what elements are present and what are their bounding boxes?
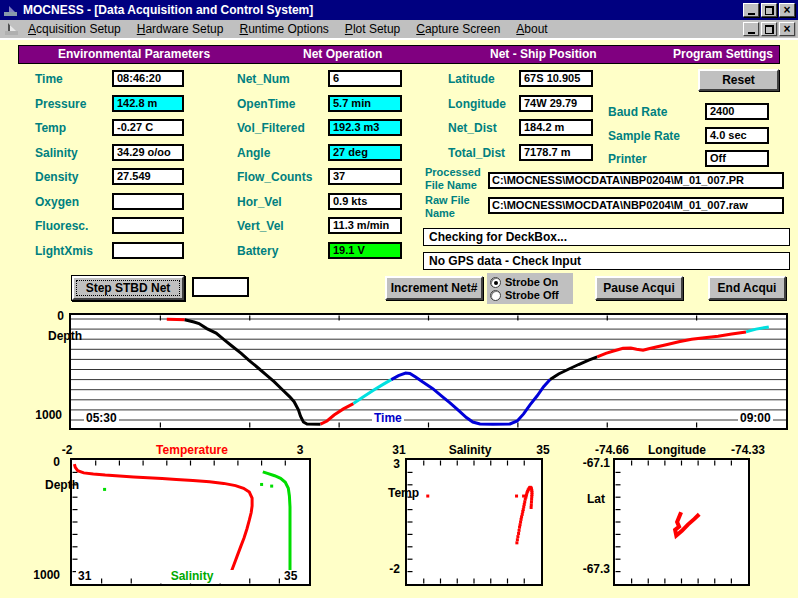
profile-depth-tick-1000: 1000 — [22, 568, 60, 582]
label-density: Density — [35, 170, 78, 184]
main-time-tick-left: 05:30 — [84, 412, 119, 425]
label-lightxmis: LightXmis — [35, 244, 93, 258]
main-depth-tick-0: 0 — [40, 309, 64, 323]
menu-acquisition-setup[interactable]: Acquisition Setup — [20, 22, 129, 36]
main-x-axis-label: Time — [372, 412, 404, 425]
pos-y-axis-label: Lat — [587, 494, 601, 505]
profile-sal-tick-min: 31 — [76, 570, 93, 583]
radio-selected-icon — [490, 277, 501, 288]
processed-file-name-value: C:\MOCNESS\MOCDATA\NBP0204\M_01_007.PR — [488, 172, 784, 189]
restore-button[interactable] — [761, 3, 777, 17]
menu-runtime-options[interactable]: Runtime Options — [231, 22, 336, 36]
value-net-num: 6 — [328, 70, 402, 87]
value-printer: Off — [705, 150, 769, 167]
strobe-on-radio[interactable]: Strobe On — [490, 276, 573, 288]
main-depth-tick-1000: 1000 — [28, 408, 62, 422]
header-net-ship-position: Net - Ship Position — [490, 46, 597, 63]
label-processed-file-name: Processed File Name — [425, 166, 489, 192]
window-title: MOCNESS - [Data Acquisition and Control … — [23, 3, 313, 17]
value-latitude: 67S 10.905 — [519, 70, 593, 87]
temp-vs-salinity-plot — [405, 458, 543, 586]
close-icon: × — [783, 5, 790, 15]
temp-salinity-depth-plot — [70, 458, 311, 586]
strobe-off-radio[interactable]: Strobe Off — [490, 289, 573, 301]
minimize-icon — [748, 32, 755, 34]
ts-y-axis-label: Temp — [388, 488, 402, 499]
pos-lat-tick-top: -67.1 — [568, 456, 610, 470]
menu-hardware-setup[interactable]: Hardware Setup — [129, 22, 232, 36]
value-vert-vel: 11.3 m/min — [328, 217, 402, 234]
value-pressure: 142.8 m — [112, 95, 184, 112]
value-temp: -0.27 C — [112, 119, 184, 136]
ts-sal-tick-max: 35 — [530, 443, 556, 457]
label-vol-filtered: Vol_Filtered — [237, 121, 305, 135]
ts-temp-tick-max: 3 — [382, 457, 400, 471]
menu-capture-screen[interactable]: Capture Screen — [408, 22, 508, 36]
label-opentime: OpenTime — [237, 97, 295, 111]
label-baud-rate: Baud Rate — [608, 105, 667, 119]
step-net-input[interactable] — [192, 277, 249, 297]
main-y-axis-label: Depth — [48, 331, 62, 342]
strobe-off-label: Strobe Off — [505, 289, 559, 301]
minimize-icon — [748, 13, 755, 15]
ts-temp-tick-min: -2 — [378, 562, 400, 576]
radio-unselected-icon — [490, 290, 501, 301]
child-restore-button[interactable] — [761, 22, 777, 36]
menu-plot-setup[interactable]: Plot Setup — [337, 22, 408, 36]
value-lightxmis — [112, 242, 184, 259]
label-sample-rate: Sample Rate — [608, 129, 680, 143]
value-density: 27.549 — [112, 168, 184, 185]
value-fluoresc — [112, 217, 184, 234]
end-acqui-button[interactable]: End Acqui — [708, 276, 786, 300]
header-net-operation: Net Operation — [303, 46, 382, 63]
main-time-tick-right: 09:00 — [738, 412, 773, 425]
mocness-window: MOCNESS - [Data Acquisition and Control … — [0, 0, 798, 598]
close-button[interactable]: × — [779, 3, 795, 17]
label-flow-counts: Flow_Counts — [237, 170, 312, 184]
profile-y-axis-label: Depth — [45, 480, 59, 491]
pos-lon-axis-label: Longitude — [642, 443, 712, 457]
label-fluoresc: Fluoresc. — [35, 219, 88, 233]
status-deckbox: Checking for DeckBox... — [423, 228, 790, 246]
menu-about[interactable]: About — [508, 22, 555, 36]
label-total-dist: Total_Dist — [448, 146, 505, 160]
pos-lon-tick-min: -74.66 — [584, 443, 640, 457]
value-total-dist: 7178.7 m — [519, 144, 593, 161]
menu-bar: Acquisition Setup Hardware Setup Runtime… — [0, 20, 798, 40]
label-printer: Printer — [608, 152, 647, 166]
value-opentime: 5.7 min — [328, 95, 402, 112]
close-icon: × — [783, 24, 790, 34]
label-latitude: Latitude — [448, 72, 495, 86]
ts-sal-tick-min: 31 — [386, 443, 412, 457]
label-vert-vel: Vert_Vel — [237, 219, 284, 233]
value-flow-counts: 37 — [328, 168, 402, 185]
label-salinity: Salinity — [35, 146, 78, 160]
label-longitude: Longitude — [448, 97, 506, 111]
minimize-button[interactable] — [743, 3, 759, 17]
section-header-band: Environmental Parameters Net Operation N… — [18, 45, 780, 64]
ts-sal-axis-label: Salinity — [428, 443, 512, 457]
profile-temp-tick-max: 3 — [290, 443, 310, 457]
strobe-radio-group: Strobe On Strobe Off — [487, 273, 573, 304]
child-window-icon — [4, 22, 20, 36]
pos-lat-tick-bottom: -67.3 — [568, 562, 610, 576]
step-stbd-net-button[interactable]: Step STBD Net — [72, 276, 184, 300]
pause-acqui-button[interactable]: Pause Acqui — [595, 276, 683, 300]
label-pressure: Pressure — [35, 97, 86, 111]
value-battery: 19.1 V — [328, 242, 402, 259]
raw-file-name-value: C:\MOCNESS\MOCDATA\NBP0204\M_01_007.raw — [488, 197, 784, 214]
reset-button[interactable]: Reset — [698, 69, 779, 91]
increment-net-button[interactable]: Increment Net# — [385, 276, 483, 300]
label-time: Time — [35, 72, 63, 86]
profile-sal-tick-max: 35 — [282, 570, 299, 583]
pos-lon-tick-max: -74.33 — [718, 443, 778, 457]
value-salinity: 34.29 o/oo — [112, 144, 184, 161]
label-angle: Angle — [237, 146, 270, 160]
status-gps: No GPS data - Check Input — [423, 252, 790, 270]
value-baud-rate: 2400 — [705, 103, 769, 120]
child-close-button[interactable]: × — [779, 22, 795, 36]
label-net-dist: Net_Dist — [448, 121, 497, 135]
label-temp: Temp — [35, 121, 66, 135]
child-minimize-button[interactable] — [743, 22, 759, 36]
value-angle: 27 deg — [328, 144, 402, 161]
